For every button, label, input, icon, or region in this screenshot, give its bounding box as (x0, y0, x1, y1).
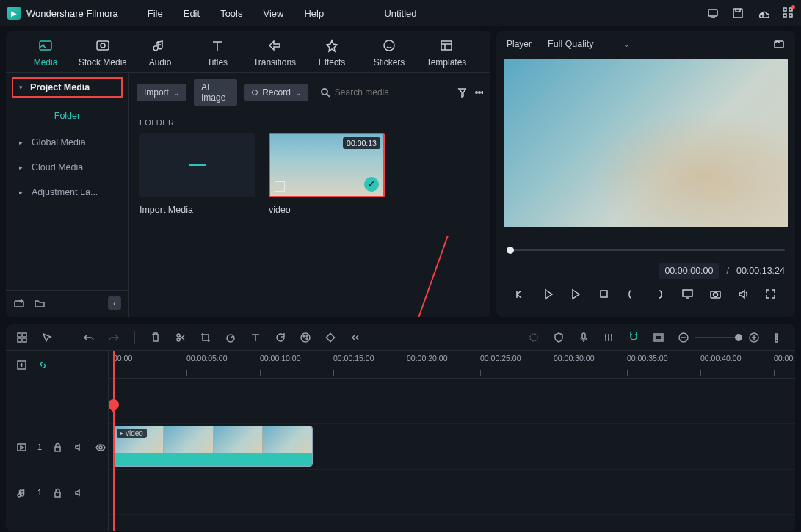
tab-effects[interactable]: Effects (305, 38, 358, 68)
marker-shield-icon[interactable] (553, 332, 565, 343)
more-icon[interactable] (474, 87, 483, 98)
tab-media[interactable]: Media (19, 38, 72, 68)
tab-audio[interactable]: Audio (134, 38, 186, 68)
color-icon[interactable] (300, 332, 311, 343)
svg-point-22 (713, 293, 717, 297)
ruler-tick: 00:00:40:00 (700, 354, 741, 362)
volume-icon[interactable] (737, 288, 750, 300)
rotate-icon[interactable] (275, 332, 286, 343)
crop-icon[interactable] (200, 332, 211, 343)
sidebar-item-cloud-media[interactable]: Cloud Media (6, 155, 128, 180)
preview-viewport[interactable] (504, 59, 788, 227)
tab-stock-media[interactable]: Stock Media (76, 38, 129, 68)
folder-icon[interactable] (34, 297, 46, 309)
video-lane[interactable]: video (109, 424, 795, 470)
add-track-icon[interactable] (16, 360, 27, 371)
ai-image-button[interactable]: AI Image (194, 79, 237, 106)
menu-help[interactable]: Help (304, 8, 324, 19)
visibility-icon[interactable] (95, 442, 106, 453)
cloud-upload-icon[interactable] (757, 7, 769, 19)
svg-rect-8 (97, 41, 109, 50)
layout-icon[interactable] (16, 332, 28, 343)
collapse-sidebar-button[interactable]: ‹ (108, 296, 121, 310)
tab-templates[interactable]: Templates (420, 38, 473, 68)
quality-dropdown[interactable]: Full Quality (548, 39, 629, 49)
import-dropdown[interactable]: Import (137, 84, 186, 101)
menu-file[interactable]: File (148, 8, 163, 19)
zoom-in-icon[interactable] (748, 332, 760, 343)
ruler-tick: 00:00:10:00 (260, 354, 300, 362)
search-field[interactable] (335, 87, 445, 98)
menu-tools[interactable]: Tools (220, 8, 242, 19)
mic-icon[interactable] (578, 332, 590, 343)
track-area[interactable]: 00:0000:00:05:0000:00:10:0000:00:15:0000… (109, 351, 795, 531)
sidebar-item-global-media[interactable]: Global Media (6, 130, 128, 155)
delete-icon[interactable] (150, 332, 162, 343)
menu-edit[interactable]: Edit (184, 8, 200, 19)
play-icon[interactable] (542, 288, 554, 300)
playhead[interactable] (113, 351, 115, 531)
audio-track-header[interactable]: 1 (6, 470, 108, 515)
zoom-control[interactable] (678, 332, 760, 343)
display-icon[interactable] (681, 288, 694, 300)
svg-point-35 (530, 334, 537, 341)
play-all-icon[interactable] (570, 288, 582, 300)
speed-icon[interactable] (225, 332, 236, 343)
record-dropdown[interactable]: Record (244, 84, 308, 101)
safe-zone-icon[interactable] (653, 332, 664, 343)
text-icon[interactable] (250, 332, 261, 343)
apps-grid-icon[interactable] (782, 7, 794, 21)
zoom-out-icon[interactable] (678, 332, 689, 343)
sidebar-item-adjustment-layers[interactable]: Adjustment La... (6, 180, 128, 205)
svg-line-17 (356, 236, 448, 317)
preview-scrubber[interactable] (507, 247, 785, 254)
search-media-input[interactable] (316, 84, 449, 101)
video-track-header[interactable]: 1 (6, 424, 108, 470)
svg-rect-38 (656, 335, 662, 340)
split-icon[interactable] (175, 332, 186, 343)
import-media-card[interactable]: Import Media (139, 133, 255, 215)
menu-view[interactable]: View (263, 8, 283, 19)
scrub-knob[interactable] (507, 247, 514, 254)
audio-lane[interactable] (109, 470, 795, 515)
time-ruler[interactable]: 00:0000:00:05:0000:00:10:0000:00:15:0000… (109, 351, 795, 379)
lock-icon[interactable] (52, 442, 63, 453)
camera-icon[interactable] (709, 288, 722, 300)
mixer-icon[interactable] (603, 332, 615, 343)
tab-titles[interactable]: Titles (191, 38, 244, 68)
device-icon[interactable] (707, 7, 719, 19)
prev-frame-icon[interactable] (514, 288, 526, 300)
link-tracks-icon[interactable] (37, 360, 48, 371)
video-clip[interactable]: video (113, 426, 313, 467)
sidebar-item-label: Global Media (32, 137, 86, 147)
fullscreen-icon[interactable] (764, 288, 777, 300)
tab-effects-label: Effects (319, 57, 345, 68)
stop-icon[interactable] (598, 288, 610, 300)
tab-stickers[interactable]: Stickers (363, 38, 416, 68)
mute-icon[interactable] (73, 487, 84, 498)
save-icon[interactable] (732, 7, 744, 19)
tab-transitions[interactable]: Transitions (248, 38, 301, 68)
svg-rect-5 (789, 14, 792, 17)
magnet-icon[interactable] (628, 330, 639, 342)
keyframe-icon[interactable] (325, 332, 336, 343)
mute-icon[interactable] (73, 442, 84, 453)
new-folder-icon[interactable] (13, 297, 25, 309)
media-sidebar: Project Media Folder Global Media Cloud … (6, 73, 129, 317)
mark-in-icon[interactable] (626, 288, 638, 300)
mark-out-icon[interactable] (653, 288, 666, 300)
select-tool-icon[interactable] (41, 332, 53, 343)
empty-lane[interactable] (109, 379, 795, 424)
filter-icon[interactable] (457, 87, 466, 98)
more-tools-icon[interactable] (349, 332, 361, 343)
video-clip-card[interactable]: 00:00:13 ✓ video (269, 133, 385, 215)
svg-rect-41 (775, 334, 778, 336)
redo-icon[interactable] (108, 332, 120, 343)
undo-icon[interactable] (83, 332, 95, 343)
lock-icon[interactable] (52, 487, 63, 498)
tab-transitions-label: Transitions (253, 57, 296, 68)
auto-icon[interactable] (528, 332, 540, 343)
snapshot-icon[interactable] (773, 38, 785, 50)
track-options-icon[interactable] (773, 332, 785, 343)
sidebar-project-media[interactable]: Project Media (12, 77, 123, 98)
